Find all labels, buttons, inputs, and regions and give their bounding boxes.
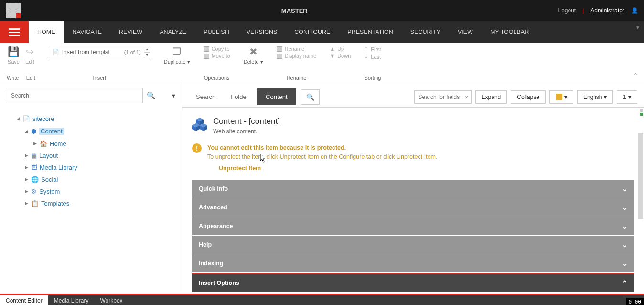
copy-icon: ❐: [172, 46, 181, 57]
recording-timer: 0:00: [626, 298, 644, 305]
language-button[interactable]: English▾: [577, 90, 613, 104]
field-sections: Quick Info⌄ Advanced⌄ Appearance⌄ Help⌄ …: [192, 180, 634, 293]
main-navbar: HOME NAVIGATE REVIEW ANALYZE PUBLISH VER…: [0, 21, 644, 43]
search-icon[interactable]: 🔍: [147, 91, 156, 100]
ribbon-group-insert: Insert: [93, 75, 106, 83]
editor-search-button[interactable]: 🔍: [301, 89, 320, 105]
editor-tabs: Search Folder Content 🔍 ✕ Expand Collaps…: [182, 83, 644, 107]
tree-node-media[interactable]: ▶🖼Media Library: [7, 162, 175, 174]
chevron-up-icon: ⌃: [622, 279, 628, 287]
search-dropdown-icon[interactable]: ▼: [171, 93, 176, 98]
tab-analyze[interactable]: ANALYZE: [151, 21, 195, 43]
media-icon: 🖼: [31, 164, 37, 171]
unprotect-link[interactable]: Unprotect Item: [219, 165, 261, 172]
book-icon: [556, 94, 562, 100]
tree-node-social[interactable]: ▶🌐Social: [7, 174, 175, 185]
tab-versions[interactable]: VERSIONS: [238, 21, 286, 43]
view-options-button[interactable]: ▾: [549, 90, 573, 104]
tab-navigate[interactable]: NAVIGATE: [64, 21, 110, 43]
spinner-up-icon[interactable]: ▲: [144, 46, 150, 52]
nav-expander-icon[interactable]: ▼: [635, 25, 640, 30]
editor-tab-search[interactable]: Search: [189, 88, 222, 105]
tab-configure[interactable]: CONFIGURE: [286, 21, 339, 43]
section-appearance[interactable]: Appearance⌄: [192, 217, 634, 236]
chevron-down-icon: ⌄: [622, 222, 628, 230]
copy-to-button[interactable]: Copy to: [204, 46, 230, 52]
tab-security[interactable]: SECURITY: [402, 21, 449, 43]
chevron-down-icon: ⌄: [622, 185, 628, 193]
doc-icon: 📄: [22, 116, 30, 122]
tab-review[interactable]: REVIEW: [110, 21, 151, 43]
ribbon-collapse-icon[interactable]: ⌃: [633, 72, 638, 79]
insert-template-box[interactable]: 📄 Insert from templat (1 of 1): [49, 46, 144, 58]
delete-icon: ✖: [249, 46, 258, 57]
ribbon-group-sorting: Sorting: [365, 75, 381, 83]
tree-node-sitecore[interactable]: ◢📄sitecore: [7, 113, 175, 125]
warning-line2: To unprotect the item, click Unprotect I…: [207, 152, 437, 162]
bottom-tabs: Content Editor Media Library Workbox 0:0…: [0, 295, 644, 305]
content-area: 🔍 ▼ ◢📄sitecore ◢⬢Content ▶🏠Home ▶▤Layout…: [0, 83, 644, 294]
content-tree: ◢📄sitecore ◢⬢Content ▶🏠Home ▶▤Layout ▶🖼M…: [0, 108, 182, 214]
validation-marker: [640, 109, 643, 116]
move-last-button[interactable]: ⤓Last: [364, 54, 381, 60]
tree-node-system[interactable]: ▶⚙System: [7, 185, 175, 197]
protected-warning: ! You cannot edit this item because it i…: [192, 143, 634, 173]
bottom-tab-workbox[interactable]: Workbox: [94, 295, 128, 305]
section-help[interactable]: Help⌄: [192, 236, 634, 254]
logout-link[interactable]: Logout: [558, 7, 576, 14]
save-button[interactable]: 💾 Save: [8, 46, 20, 65]
collapse-button[interactable]: Collapse: [511, 90, 546, 104]
ribbon-group-rename: Rename: [287, 75, 307, 83]
scrollbar[interactable]: [638, 133, 643, 219]
hamburger-button[interactable]: [0, 21, 29, 43]
section-quickinfo[interactable]: Quick Info⌄: [192, 180, 634, 198]
tab-home[interactable]: HOME: [29, 21, 64, 43]
tab-mytoolbar[interactable]: MY TOOLBAR: [482, 21, 537, 43]
display-name-button[interactable]: Display name: [277, 53, 317, 59]
tree-node-templates[interactable]: ▶📋Templates: [7, 197, 175, 209]
duplicate-button[interactable]: ❐ Duplicate ▾: [164, 46, 190, 65]
bottom-tab-content-editor[interactable]: Content Editor: [0, 295, 48, 305]
bottom-tab-media-library[interactable]: Media Library: [48, 295, 95, 305]
ribbon-group-write: Write Edit: [7, 75, 35, 83]
move-first-button[interactable]: ⤒First: [364, 46, 381, 52]
warning-icon: !: [192, 143, 202, 153]
move-to-button[interactable]: Move to: [204, 53, 230, 59]
delete-button[interactable]: ✖ Delete ▾: [244, 46, 263, 65]
tree-node-home[interactable]: ▶🏠Home: [7, 138, 175, 150]
user-name[interactable]: Administrator: [590, 7, 624, 14]
move-down-button[interactable]: ▼Down: [330, 53, 351, 59]
edit-button[interactable]: ↪ Edit: [25, 46, 34, 65]
tree-node-layout[interactable]: ▶▤Layout: [7, 150, 175, 162]
expand-button[interactable]: Expand: [475, 90, 507, 104]
save-icon: 💾: [8, 46, 20, 57]
clear-icon[interactable]: ✕: [464, 94, 469, 100]
user-icon: 👤: [631, 7, 638, 14]
chevron-down-icon: ⌄: [622, 260, 628, 267]
section-advanced[interactable]: Advanced⌄: [192, 198, 634, 217]
tab-publish[interactable]: PUBLISH: [195, 21, 238, 43]
ribbon-group-operations: Operations: [204, 75, 230, 83]
layout-icon: ▤: [31, 152, 37, 159]
spinner-down-icon[interactable]: ▼: [144, 52, 150, 58]
topbar-divider: |: [582, 7, 584, 14]
section-insertoptions[interactable]: Insert Options⌃: [192, 273, 634, 293]
home-icon: 🏠: [40, 141, 47, 147]
item-subtitle: Web site content.: [213, 128, 280, 135]
arrow-up-icon: ▲: [330, 46, 335, 52]
section-indexing[interactable]: Indexing⌄: [192, 254, 634, 273]
version-button[interactable]: 1▾: [617, 90, 637, 104]
editor-tab-folder[interactable]: Folder: [224, 88, 255, 105]
cubes-icon: ⬢: [31, 128, 36, 134]
item-title: Content - [content]: [213, 117, 280, 126]
rename-button[interactable]: Rename: [277, 46, 317, 52]
move-up-button[interactable]: ▲Up: [330, 46, 351, 52]
tab-presentation[interactable]: PRESENTATION: [339, 21, 401, 43]
tab-view[interactable]: VIEW: [449, 21, 482, 43]
fields-search-input[interactable]: [414, 90, 472, 104]
editor-tab-content[interactable]: Content: [257, 88, 296, 105]
warning-line1: You cannot edit this item because it is …: [207, 143, 437, 152]
tree-node-content[interactable]: ◢⬢Content: [7, 125, 175, 138]
tree-search-input[interactable]: [6, 88, 143, 103]
app-logo[interactable]: [6, 3, 21, 18]
